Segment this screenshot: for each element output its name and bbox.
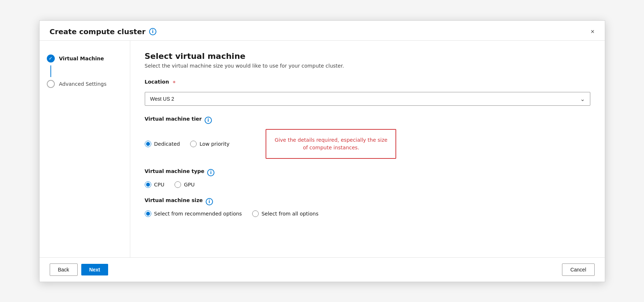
- section-title: Select virtual machine: [145, 52, 590, 61]
- location-field-group: Location * West US 2 East US East US 2 W…: [145, 79, 590, 106]
- dialog-title: Create compute cluster: [50, 27, 146, 36]
- error-message-text: Give the details required, especially th…: [275, 137, 387, 150]
- vm-type-field-group: Virtual machine type i CPU GPU: [145, 168, 590, 188]
- next-button[interactable]: Next: [81, 264, 108, 275]
- vm-tier-field-group: Virtual machine tier i Dedicated Low pri…: [145, 116, 590, 159]
- vm-type-gpu-radio[interactable]: [175, 181, 181, 188]
- vm-size-label-row: Virtual machine size i: [145, 197, 590, 206]
- vm-tier-label-row: Virtual machine tier i: [145, 116, 590, 125]
- location-label-row: Location *: [145, 79, 590, 88]
- vm-tier-dedicated-radio[interactable]: [145, 141, 151, 147]
- vm-tier-dedicated-label: Dedicated: [154, 141, 180, 147]
- cancel-button[interactable]: Cancel: [562, 263, 595, 276]
- sidebar-item-label-advanced: Advanced Settings: [59, 81, 107, 87]
- main-content: Select virtual machine Select the virtua…: [130, 41, 605, 257]
- vm-type-radio-group: CPU GPU: [145, 181, 590, 188]
- vm-size-all-option[interactable]: Select from all options: [252, 210, 319, 217]
- step-completed-icon: ✓: [47, 55, 55, 63]
- vm-tier-lowpriority-label: Low priority: [200, 141, 230, 147]
- vm-size-all-radio[interactable]: [252, 210, 259, 217]
- vm-type-cpu-label: CPU: [154, 182, 164, 188]
- vm-tier-dedicated-option[interactable]: Dedicated: [145, 141, 180, 147]
- create-compute-cluster-dialog: Create compute cluster i × ✓ Virtual Mac…: [39, 20, 605, 282]
- vm-size-field-group: Virtual machine size i Select from recom…: [145, 197, 590, 217]
- vm-type-gpu-option[interactable]: GPU: [175, 181, 195, 188]
- vm-type-label-row: Virtual machine type i: [145, 168, 590, 177]
- vm-type-info-icon[interactable]: i: [207, 169, 214, 176]
- vm-size-label: Virtual machine size: [145, 197, 203, 203]
- vm-tier-info-icon[interactable]: i: [205, 117, 212, 124]
- vm-type-cpu-option[interactable]: CPU: [145, 181, 164, 188]
- sidebar-item-virtual-machine[interactable]: ✓ Virtual Machine: [47, 52, 123, 65]
- vm-size-recommended-option[interactable]: Select from recommended options: [145, 210, 242, 217]
- vm-tier-lowpriority-radio[interactable]: [190, 141, 197, 147]
- vm-size-all-label: Select from all options: [262, 211, 319, 217]
- sidebar-connector: [50, 65, 51, 77]
- vm-size-recommended-radio[interactable]: [145, 210, 151, 217]
- sidebar-item-advanced-settings[interactable]: Advanced Settings: [47, 77, 123, 91]
- error-message-box: Give the details required, especially th…: [266, 129, 396, 159]
- dialog-footer: Back Next Cancel: [40, 257, 605, 282]
- vm-size-recommended-label: Select from recommended options: [154, 211, 242, 217]
- dialog-body: ✓ Virtual Machine Advanced Settings Sele…: [40, 41, 605, 257]
- sidebar: ✓ Virtual Machine Advanced Settings: [40, 41, 130, 257]
- vm-tier-label: Virtual machine tier: [145, 116, 202, 122]
- vm-type-cpu-radio[interactable]: [145, 181, 151, 188]
- vm-tier-radio-group: Dedicated Low priority: [145, 141, 230, 147]
- location-select[interactable]: West US 2 East US East US 2 West Europe …: [145, 92, 590, 106]
- close-button[interactable]: ×: [588, 27, 598, 37]
- location-label: Location: [145, 79, 169, 85]
- sidebar-item-label-vm: Virtual Machine: [59, 56, 104, 61]
- vm-size-radio-group: Select from recommended options Select f…: [145, 210, 590, 217]
- vm-type-gpu-label: GPU: [184, 182, 195, 188]
- location-select-wrapper: West US 2 East US East US 2 West Europe …: [145, 92, 590, 106]
- dialog-info-icon[interactable]: i: [149, 28, 156, 35]
- vm-tier-lowpriority-option[interactable]: Low priority: [190, 141, 230, 147]
- back-button[interactable]: Back: [50, 263, 78, 276]
- vm-tier-options-row: Dedicated Low priority Give the details …: [145, 129, 590, 159]
- step-empty-icon: [47, 80, 55, 88]
- location-required: *: [173, 80, 176, 86]
- dialog-header: Create compute cluster i ×: [40, 21, 605, 41]
- vm-size-info-icon[interactable]: i: [206, 198, 213, 205]
- section-subtitle: Select the virtual machine size you woul…: [145, 63, 590, 69]
- vm-type-label: Virtual machine type: [145, 168, 205, 174]
